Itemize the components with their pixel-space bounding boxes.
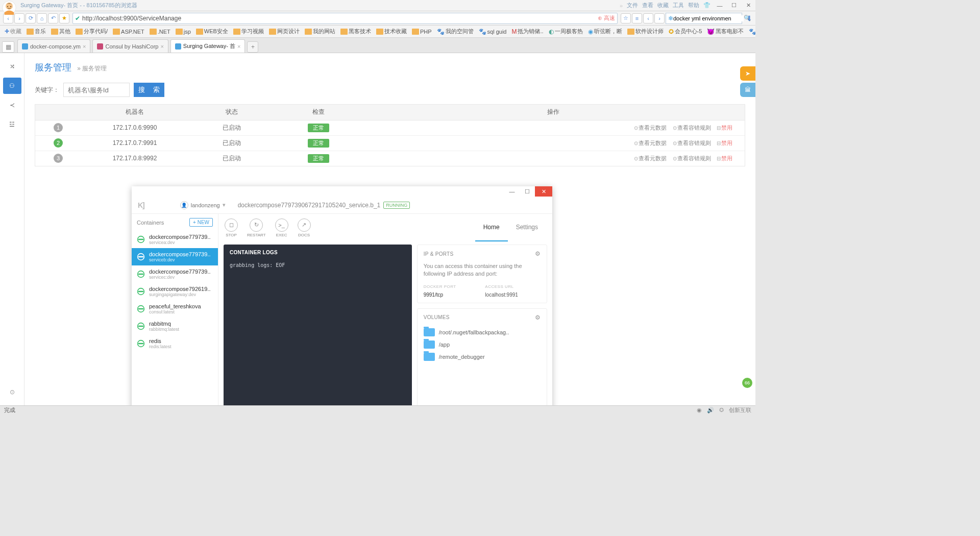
search-next-button[interactable]: › xyxy=(654,13,665,23)
rail-sitemap-icon[interactable]: ⚇ xyxy=(3,78,21,94)
action-restart[interactable]: ↻ RESTART xyxy=(247,218,266,237)
bookmark-item[interactable]: 🐾百度搜索_ xyxy=(747,28,755,35)
rail-share-icon[interactable]: ≺ xyxy=(3,97,21,113)
op-meta[interactable]: ⊙查看元数据 xyxy=(634,155,667,161)
action-stop[interactable]: ◻ STOP xyxy=(225,218,238,237)
bookmark-item[interactable]: .NET xyxy=(148,29,172,35)
kite-close-button[interactable]: ✕ xyxy=(535,186,552,197)
menu-file[interactable]: 文件 xyxy=(627,2,638,9)
container-item[interactable]: dockercompose792619.. surgingapigateway:… xyxy=(132,283,218,300)
tab-close-icon[interactable]: × xyxy=(160,43,163,50)
container-item[interactable]: peaceful_tereshkova consul:latest xyxy=(132,300,218,318)
home-button[interactable]: ⌂ xyxy=(37,13,47,23)
pill-rocket-icon[interactable]: ➤ xyxy=(740,66,755,81)
user-avatar-icon[interactable] xyxy=(2,1,16,15)
bookmark-item[interactable]: 软件设计师 xyxy=(626,28,665,35)
menu-fav[interactable]: 收藏 xyxy=(657,2,669,9)
menu-help[interactable]: 帮助 xyxy=(688,2,699,9)
container-item[interactable]: redis redis:latest xyxy=(132,335,218,352)
browser-search-input[interactable] xyxy=(673,15,744,21)
op-meta[interactable]: ⊙查看元数据 xyxy=(634,140,667,146)
skin-icon[interactable]: 👕 xyxy=(703,2,710,9)
bookmark-item[interactable]: ◉听弦断，断 xyxy=(586,28,624,35)
undo-button[interactable]: ↶ xyxy=(48,13,58,23)
bookmark-item[interactable]: jsp xyxy=(174,29,192,35)
bookmark-item[interactable]: 我的网站 xyxy=(303,28,337,35)
container-item[interactable]: dockercompose779739.. servicec:dev xyxy=(132,265,218,283)
kite-user[interactable]: 👤 landonzeng ▾ xyxy=(180,201,226,209)
maximize-button[interactable]: ☐ xyxy=(729,2,739,9)
bookmark-item[interactable]: 技术收藏 xyxy=(375,28,408,35)
kite-maximize-button[interactable]: ☐ xyxy=(520,186,535,197)
bookmark-item[interactable]: PHP xyxy=(410,29,433,35)
url-bar[interactable]: ✔ ⊕ 高速 xyxy=(72,13,618,24)
new-container-button[interactable]: + NEW xyxy=(189,218,213,227)
op-meta[interactable]: ⊙查看元数据 xyxy=(634,125,667,131)
reload-button[interactable]: ⟳ xyxy=(26,13,36,23)
gear-icon[interactable]: ⚙ xyxy=(535,250,541,257)
browser-tab[interactable]: Surging Gateway- 首 × xyxy=(170,39,246,53)
volume-item[interactable]: /app xyxy=(424,338,541,351)
volume-item[interactable]: /root/.nuget/fallbackpackag.. xyxy=(424,326,541,338)
rail-random-icon[interactable]: ⤭ xyxy=(3,58,21,75)
kite-tab-settings[interactable]: Settings xyxy=(508,214,546,241)
download-icon[interactable]: ⬇ xyxy=(746,14,752,22)
tab-close-icon[interactable]: × xyxy=(237,43,240,50)
bookmark-item[interactable]: WEB安全 xyxy=(194,28,230,35)
keyword-input[interactable] xyxy=(63,83,130,97)
url-input[interactable] xyxy=(82,15,598,22)
browser-search[interactable]: ❄ 🔍 xyxy=(666,13,742,24)
search-button[interactable]: 搜 索 xyxy=(134,83,164,97)
bookmark-item[interactable]: 😈黑客电影不 xyxy=(705,28,745,35)
menu-tools[interactable]: 工具 xyxy=(673,2,684,9)
star-button[interactable]: ★ xyxy=(59,13,69,23)
container-item[interactable]: dockercompose779739.. serviceb:dev xyxy=(132,248,218,265)
container-item[interactable]: rabbitmq rabbitmq:latest xyxy=(132,318,218,335)
bookmark-item[interactable]: 音乐 xyxy=(25,28,47,35)
op-disable[interactable]: ⊟禁用 xyxy=(717,155,732,161)
op-fault[interactable]: ⊙查看容错规则 xyxy=(673,125,711,131)
site-icon: 🐾 xyxy=(479,28,486,35)
gear-icon[interactable]: ⚙ xyxy=(535,314,541,321)
browser-tab[interactable]: docker-compose.ym × xyxy=(17,39,90,53)
action-exec[interactable]: >_ EXEC xyxy=(275,218,288,237)
rail-list-icon[interactable]: ☳ xyxy=(3,116,21,133)
sidebar-toggle[interactable]: ▦ xyxy=(2,41,14,53)
container-item[interactable]: dockercompose779739.. servicea:dev xyxy=(132,231,218,248)
menu-view[interactable]: 查看 xyxy=(642,2,653,9)
bookmark-item[interactable]: ◐一周极客热 xyxy=(547,28,584,35)
rail-expand-icon[interactable]: ⊙ xyxy=(3,384,21,400)
volume-item[interactable]: /remote_debugger xyxy=(424,351,541,363)
bookmark-item[interactable]: 黑客技术 xyxy=(339,28,373,35)
op-disable[interactable]: ⊟禁用 xyxy=(717,140,732,146)
pill-bank-icon[interactable]: 🏛 xyxy=(740,83,755,97)
search-prev-button[interactable]: ‹ xyxy=(643,13,653,23)
close-button[interactable]: ✕ xyxy=(743,2,753,9)
minimize-button[interactable]: — xyxy=(715,3,725,9)
bookmark-item[interactable]: 网页设计 xyxy=(267,28,301,35)
access-url-value[interactable]: localhost:9991 xyxy=(485,292,541,298)
bookmark-item[interactable]: ✪会员中心-5 xyxy=(667,28,704,35)
menu-button[interactable]: ≡ xyxy=(632,13,642,23)
kite-tab-home[interactable]: Home xyxy=(475,214,508,241)
new-tab-button[interactable]: + xyxy=(247,41,258,53)
bookmark-item[interactable]: ASP.NET xyxy=(111,29,146,35)
op-fault[interactable]: ⊙查看容错规则 xyxy=(673,140,711,146)
bookmark-item[interactable]: 其他 xyxy=(50,28,72,35)
op-disable[interactable]: ⊟禁用 xyxy=(717,125,732,131)
action-docs[interactable]: ↗ DOCS xyxy=(298,218,311,237)
bookmark-item[interactable]: 🐾sql guid xyxy=(477,28,508,35)
bookmark-item[interactable]: 🐾我的空间管 xyxy=(435,28,475,35)
notification-bubble[interactable]: 66 xyxy=(741,377,753,389)
bookmark-add[interactable]: ✚收藏 xyxy=(3,28,23,35)
bookmark-item[interactable]: M抵为销储.. xyxy=(510,28,545,35)
sound-icon[interactable]: 🔊 xyxy=(707,407,714,413)
browser-tab[interactable]: Consul by HashiCorp × xyxy=(92,39,168,53)
bookmark-star-button[interactable]: ☆ xyxy=(621,13,631,23)
bookmark-item[interactable]: 分享代码/ xyxy=(74,28,109,35)
op-fault[interactable]: ⊙查看容错规则 xyxy=(673,155,711,161)
bookmark-item[interactable]: 学习视频 xyxy=(232,28,265,35)
kite-minimize-button[interactable]: — xyxy=(504,186,520,197)
eye-icon[interactable]: ◉ xyxy=(697,407,702,413)
tab-close-icon[interactable]: × xyxy=(83,43,86,50)
